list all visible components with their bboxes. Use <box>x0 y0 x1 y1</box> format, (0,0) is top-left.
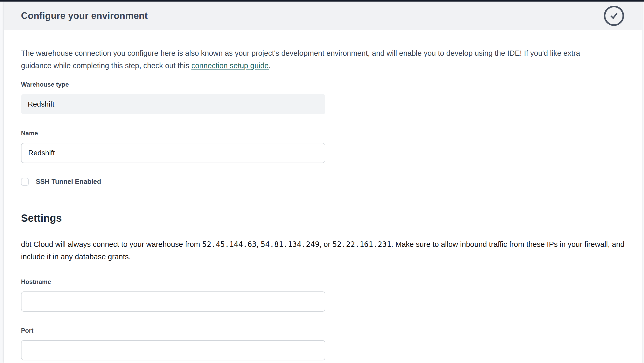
connection-setup-guide-link[interactable]: connection setup guide <box>191 61 269 70</box>
page-title: Configure your environment <box>21 10 148 21</box>
settings-desc-separator: , or <box>319 240 332 248</box>
port-group: Port <box>21 327 325 360</box>
intro-text: The warehouse connection you configure h… <box>21 49 580 70</box>
hostname-group: Hostname <box>21 278 325 312</box>
panel-content: The warehouse connection you configure h… <box>4 30 642 360</box>
hostname-label: Hostname <box>21 278 325 286</box>
name-group: Name <box>21 129 325 163</box>
port-input[interactable] <box>21 340 325 360</box>
intro-paragraph: The warehouse connection you configure h… <box>21 47 609 72</box>
ip-address-2: 54.81.134.249 <box>261 240 319 249</box>
check-circle-icon <box>604 6 624 26</box>
warehouse-type-group: Warehouse type <box>21 81 325 114</box>
configure-environment-panel: Configure your environment The warehouse… <box>4 2 642 363</box>
ssh-tunnel-label: SSH Tunnel Enabled <box>36 178 101 186</box>
settings-desc-text: dbt Cloud will always connect to your wa… <box>21 240 202 248</box>
ssh-tunnel-row[interactable]: SSH Tunnel Enabled <box>21 178 101 186</box>
ip-address-1: 52.45.144.63 <box>202 240 257 249</box>
ssh-tunnel-checkbox[interactable] <box>21 178 29 186</box>
name-input[interactable] <box>21 143 325 163</box>
port-label: Port <box>21 327 325 334</box>
settings-desc-separator: , <box>256 240 261 248</box>
settings-heading: Settings <box>21 212 642 225</box>
intro-text-end: . <box>269 61 271 70</box>
warehouse-type-field <box>21 94 325 114</box>
hostname-input[interactable] <box>21 291 325 312</box>
ip-address-3: 52.22.161.231 <box>332 240 391 249</box>
settings-description: dbt Cloud will always connect to your wa… <box>21 238 625 263</box>
warehouse-type-label: Warehouse type <box>21 81 325 88</box>
panel-header: Configure your environment <box>4 2 642 30</box>
name-label: Name <box>21 129 325 137</box>
top-app-bar <box>0 0 644 2</box>
